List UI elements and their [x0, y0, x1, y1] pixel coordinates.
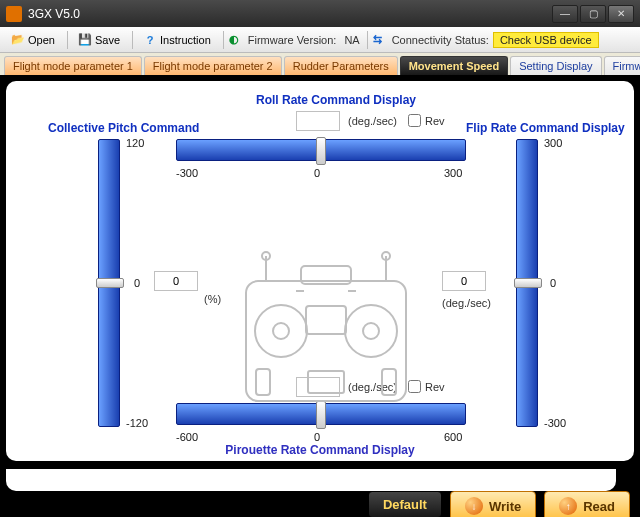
- main-toolbar: 📂 Open 💾 Save ? Instruction ◐ Firmware V…: [0, 27, 640, 53]
- default-button[interactable]: Default: [368, 491, 442, 517]
- default-label: Default: [383, 497, 427, 512]
- svg-rect-10: [306, 306, 346, 334]
- transmitter-graphic: [236, 251, 416, 416]
- firmware-version-value: NA: [340, 32, 363, 48]
- roll-rev-label: Rev: [425, 115, 445, 127]
- connectivity-status-value: Check USB device: [493, 32, 599, 48]
- roll-zero: 0: [314, 167, 320, 179]
- roll-slider-thumb[interactable]: [316, 137, 326, 165]
- collective-value[interactable]: 0: [154, 271, 198, 291]
- footer-bar: Default ↓ Write ↑ Read: [0, 469, 640, 517]
- flip-title: Flip Rate Command Display: [466, 121, 625, 135]
- window-title: 3GX V5.0: [28, 7, 80, 21]
- pirouette-rev-label: Rev: [425, 381, 445, 393]
- roll-rate-value[interactable]: [296, 111, 340, 131]
- flip-bot: -300: [544, 417, 566, 429]
- pirouette-title: Pirouette Rate Command Display: [6, 443, 634, 457]
- save-label: Save: [95, 34, 120, 46]
- write-button[interactable]: ↓ Write: [450, 491, 536, 517]
- svg-rect-12: [256, 369, 270, 395]
- minimize-button[interactable]: —: [552, 5, 578, 23]
- movement-speed-panel: Roll Rate Command Display (deg./sec) Rev…: [6, 81, 634, 461]
- close-button[interactable]: ✕: [608, 5, 634, 23]
- workspace: Roll Rate Command Display (deg./sec) Rev…: [0, 75, 640, 469]
- svg-point-8: [345, 305, 397, 357]
- flip-unit: (deg./sec): [442, 297, 491, 309]
- open-button[interactable]: 📂 Open: [4, 30, 62, 50]
- flip-slider-thumb[interactable]: [514, 278, 542, 288]
- collective-slider-thumb[interactable]: [96, 278, 124, 288]
- instruction-label: Instruction: [160, 34, 211, 46]
- pirouette-min: -600: [176, 431, 198, 443]
- tab-flight-mode-1[interactable]: Flight mode parameter 1: [4, 56, 142, 75]
- upload-icon: ↑: [559, 497, 577, 515]
- flip-mid: 0: [550, 277, 556, 289]
- roll-min: -300: [176, 167, 198, 179]
- tab-rudder-parameters[interactable]: Rudder Parameters: [284, 56, 398, 75]
- svg-rect-13: [382, 369, 396, 395]
- download-icon: ↓: [465, 497, 483, 515]
- flip-top: 300: [544, 137, 562, 149]
- roll-rev-checkbox[interactable]: Rev: [408, 114, 445, 127]
- svg-point-7: [273, 323, 289, 339]
- svg-rect-11: [308, 371, 344, 393]
- save-button[interactable]: 💾 Save: [71, 30, 127, 50]
- instruction-button[interactable]: ? Instruction: [136, 30, 218, 50]
- collective-bot: -120: [126, 417, 148, 429]
- firmware-version-label: Firmware Version:: [244, 32, 341, 48]
- read-label: Read: [583, 499, 615, 514]
- app-icon: [6, 6, 22, 22]
- connectivity-icon: ⇆: [371, 33, 385, 47]
- flip-value[interactable]: 0: [442, 271, 486, 291]
- roll-max: 300: [444, 167, 462, 179]
- roll-rate-unit: (deg./sec): [348, 115, 397, 127]
- collective-slider[interactable]: [98, 139, 120, 427]
- open-label: Open: [28, 34, 55, 46]
- tab-flight-mode-2[interactable]: Flight mode parameter 2: [144, 56, 282, 75]
- help-icon: ?: [143, 33, 157, 47]
- tab-movement-speed[interactable]: Movement Speed: [400, 56, 508, 75]
- tab-firmware-upgrade[interactable]: Firmware Upgrade: [604, 56, 640, 75]
- panel-strip: [6, 469, 616, 491]
- collective-unit: (%): [204, 293, 221, 305]
- roll-rate-title: Roll Rate Command Display: [256, 93, 416, 107]
- tab-setting-display[interactable]: Setting Display: [510, 56, 601, 75]
- write-label: Write: [489, 499, 521, 514]
- flip-slider[interactable]: [516, 139, 538, 427]
- collective-title: Collective Pitch Command: [48, 121, 199, 135]
- folder-open-icon: 📂: [11, 33, 25, 47]
- maximize-button[interactable]: ▢: [580, 5, 606, 23]
- save-icon: 💾: [78, 33, 92, 47]
- firmware-icon: ◐: [227, 33, 241, 47]
- roll-rev-input[interactable]: [408, 114, 421, 127]
- svg-point-9: [363, 323, 379, 339]
- connectivity-label: Connectivity Status:: [388, 32, 493, 48]
- svg-point-6: [255, 305, 307, 357]
- tab-strip: Flight mode parameter 1 Flight mode para…: [0, 53, 640, 75]
- roll-rate-slider[interactable]: [176, 139, 466, 161]
- title-bar: 3GX V5.0 — ▢ ✕: [0, 0, 640, 27]
- collective-top: 120: [126, 137, 144, 149]
- pirouette-max: 600: [444, 431, 462, 443]
- collective-mid: 0: [134, 277, 140, 289]
- read-button[interactable]: ↑ Read: [544, 491, 630, 517]
- pirouette-zero: 0: [314, 431, 320, 443]
